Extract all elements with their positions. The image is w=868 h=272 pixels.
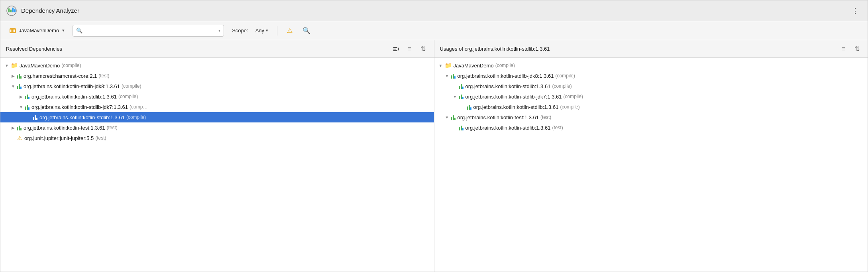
dependency-icon <box>459 94 463 99</box>
expand-icon: ▼ <box>10 84 16 89</box>
tree-row[interactable]: ▼ org.jetbrains.kotlin:kotlin-stdlib-jdk… <box>434 91 868 102</box>
expand-icon: ▼ <box>438 63 444 68</box>
project-maven-icon <box>9 27 16 34</box>
sort-button-2-right[interactable]: ⇅ <box>852 44 862 54</box>
scope-label: Scope: <box>232 28 248 34</box>
sort-icon-2-left: ⇅ <box>420 45 426 53</box>
sort-button-1-right[interactable]: ≡ <box>838 44 848 54</box>
tree-row[interactable]: ⚠ org.junit.jupiter:junit-jupiter:5.5 (t… <box>0 133 434 143</box>
item-scope: (compile) <box>495 63 515 68</box>
tree-row[interactable]: ▶ org.hamcrest:hamcrest-core:2.1 (test) <box>0 71 434 81</box>
item-name: org.junit.jupiter:junit-jupiter:5.5 <box>24 135 94 141</box>
dependency-icon <box>459 83 463 89</box>
project-name: JavaMavenDemo <box>19 28 59 34</box>
item-scope: (compile) <box>61 63 81 68</box>
item-name: org.jetbrains.kotlin:kotlin-stdlib:1.3.6… <box>465 83 551 89</box>
toolbar-divider <box>277 26 277 35</box>
svg-rect-10 <box>393 47 397 48</box>
item-name: org.hamcrest:hamcrest-core:2.1 <box>24 73 97 79</box>
warning-filter-button[interactable]: ⚠ <box>284 25 296 37</box>
collapse-icon <box>393 46 399 52</box>
svg-marker-13 <box>398 47 399 51</box>
scope-chevron-icon: ▾ <box>266 28 268 33</box>
left-panel-body: ▼ 📁 JavaMavenDemo (compile) ▶ org.hamcre… <box>0 58 434 272</box>
tree-row[interactable]: ▼ 📁 JavaMavenDemo (compile) <box>434 60 868 71</box>
menu-button[interactable]: ⋮ <box>848 5 862 17</box>
project-chevron-icon: ▾ <box>62 28 65 33</box>
svg-rect-3 <box>12 8 14 12</box>
left-panel-header: Resolved Dependencies ≡ ⇅ <box>0 40 434 58</box>
tree-row[interactable]: org.jetbrains.kotlin:kotlin-stdlib:1.3.6… <box>434 81 868 91</box>
title-bar: Dependency Analyzer ⋮ <box>0 0 868 21</box>
search-box: 🔍 ▾ <box>73 25 224 37</box>
right-panel: Usages of org.jetbrains.kotlin:kotlin-st… <box>434 40 868 272</box>
svg-rect-1 <box>8 8 10 12</box>
tree-row[interactable]: org.jetbrains.kotlin:kotlin-stdlib:1.3.6… <box>434 122 868 133</box>
dependency-icon <box>33 114 37 120</box>
tree-row[interactable]: ▶ org.jetbrains.kotlin:kotlin-stdlib:1.3… <box>0 91 434 102</box>
item-name: org.jetbrains.kotlin:kotlin-stdlib:1.3.6… <box>473 104 559 110</box>
item-scope: (test) <box>552 125 563 130</box>
svg-rect-9 <box>14 30 15 32</box>
tree-row[interactable]: ▼ org.jetbrains.kotlin:kotlin-stdlib-jdk… <box>434 71 868 81</box>
search-dropdown-icon[interactable]: ▾ <box>218 28 220 33</box>
dependency-icon <box>25 104 29 110</box>
search-filter-button[interactable]: 🔍 <box>300 25 312 37</box>
collapse-tree-button[interactable] <box>391 44 401 54</box>
scope-value: Any <box>255 28 264 34</box>
item-scope: (compile) <box>560 104 579 110</box>
svg-rect-4 <box>14 9 16 12</box>
item-scope: (test) <box>98 73 109 79</box>
warning-icon: ⚠ <box>17 135 22 141</box>
svg-rect-11 <box>393 49 396 49</box>
item-name: org.jetbrains.kotlin:kotlin-test:1.3.61 <box>458 114 539 120</box>
item-name: org.jetbrains.kotlin:kotlin-stdlib-jdk7:… <box>465 94 562 100</box>
item-name: org.jetbrains.kotlin:kotlin-stdlib:1.3.6… <box>39 114 125 120</box>
sort-icon-1-right: ≡ <box>841 45 845 53</box>
item-scope: (compile) <box>118 94 138 99</box>
item-name: JavaMavenDemo <box>454 63 494 69</box>
item-scope: (test) <box>540 114 551 120</box>
svg-rect-8 <box>13 30 14 32</box>
search-icon: 🔍 <box>76 28 82 34</box>
dependency-icon <box>17 83 22 89</box>
tree-row[interactable]: ▼ org.jetbrains.kotlin:kotlin-test:1.3.6… <box>434 112 868 122</box>
tree-row-selected[interactable]: org.jetbrains.kotlin:kotlin-stdlib:1.3.6… <box>0 112 434 122</box>
right-panel-header: Usages of org.jetbrains.kotlin:kotlin-st… <box>434 40 868 58</box>
sort-button-2-left[interactable]: ⇅ <box>418 44 428 54</box>
sort-button-1-left[interactable]: ≡ <box>405 44 415 54</box>
svg-rect-6 <box>10 30 11 32</box>
warning-icon: ⚠ <box>287 27 293 34</box>
folder-icon: 📁 <box>445 62 452 69</box>
tree-row[interactable]: org.jetbrains.kotlin:kotlin-stdlib:1.3.6… <box>434 102 868 112</box>
tree-row[interactable]: ▼ org.jetbrains.kotlin:kotlin-stdlib-jdk… <box>0 102 434 112</box>
dependency-icon <box>17 73 22 79</box>
item-name: org.jetbrains.kotlin:kotlin-stdlib:1.3.6… <box>31 94 117 100</box>
item-scope: (compile) <box>552 83 571 89</box>
expand-icon: ▶ <box>10 74 16 78</box>
svg-rect-2 <box>10 10 12 12</box>
project-selector[interactable]: JavaMavenDemo ▾ <box>6 26 68 36</box>
item-name: JavaMavenDemo <box>20 63 60 69</box>
app-title: Dependency Analyzer <box>21 7 79 14</box>
tree-row[interactable]: ▼ org.jetbrains.kotlin:kotlin-stdlib-jdk… <box>0 81 434 91</box>
item-name: org.jetbrains.kotlin:kotlin-stdlib-jdk8:… <box>458 73 554 79</box>
search-input[interactable] <box>85 28 216 34</box>
toolbar: JavaMavenDemo ▾ 🔍 ▾ Scope: Any ▾ ⚠ 🔍 <box>0 21 868 40</box>
expand-icon: ▼ <box>18 105 24 109</box>
expand-icon: ▼ <box>4 63 10 68</box>
item-name: org.jetbrains.kotlin:kotlin-stdlib:1.3.6… <box>465 125 551 131</box>
item-scope: (comp… <box>130 104 147 110</box>
item-scope: (compile) <box>126 114 146 120</box>
dependency-analyzer-icon <box>6 5 17 16</box>
item-scope: (test) <box>95 135 106 141</box>
svg-rect-12 <box>393 50 397 51</box>
left-panel-title: Resolved Dependencies <box>6 46 388 52</box>
sort-icon-2-right: ⇅ <box>854 45 860 53</box>
tree-row[interactable]: ▶ org.jetbrains.kotlin:kotlin-test:1.3.6… <box>0 122 434 133</box>
tree-row[interactable]: ▼ 📁 JavaMavenDemo (compile) <box>0 60 434 71</box>
expand-icon: ▶ <box>18 95 24 99</box>
item-name: org.jetbrains.kotlin:kotlin-test:1.3.61 <box>24 125 105 131</box>
scope-selector[interactable]: Any ▾ <box>253 26 271 35</box>
expand-icon: ▶ <box>10 126 16 130</box>
